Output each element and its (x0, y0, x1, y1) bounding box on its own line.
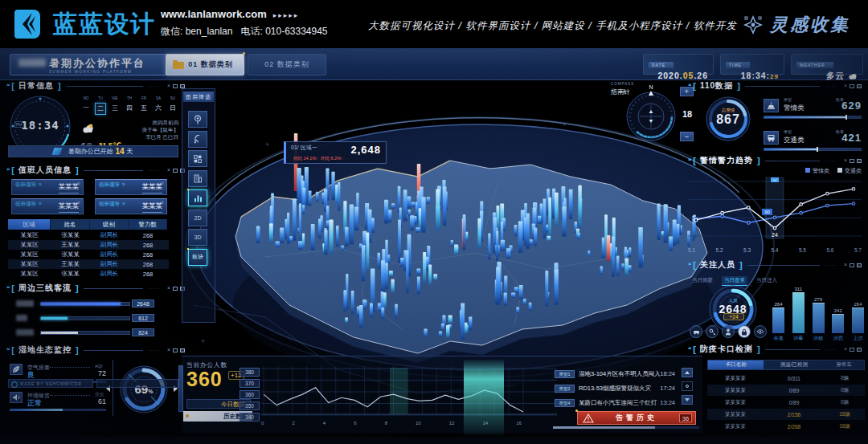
scroll-indicator[interactable] (682, 381, 693, 391)
focus-bar[interactable]: 279 涉稳 (812, 297, 825, 342)
bus-icon (767, 134, 776, 142)
duty-card[interactable]: 值班领导··· ⊗某某某 (11, 198, 84, 214)
screen: 蓝蓝设计 www.lanlanwork.com▸▸▸▸▸ 微信: ben_lan… (0, 0, 868, 444)
alarm-list-item[interactable]: 类型2 RD13-53烟感报警疑似火灾 17:24 (555, 382, 675, 394)
expand-icon[interactable] (180, 348, 185, 352)
alarm-time: 13:24 (660, 399, 675, 406)
date-label: DATE (649, 62, 674, 68)
layer-block-label: 板块 (192, 253, 203, 261)
panel-110-title: 110数据 (700, 80, 733, 92)
expand-icon[interactable] (857, 84, 862, 88)
expand-icon[interactable] (857, 348, 862, 352)
minimize-icon[interactable] (850, 159, 854, 163)
col-checked[interactable]: 测温/已检测 (764, 360, 824, 369)
expand-icon[interactable] (857, 263, 862, 267)
eco-footer-blank (96, 379, 178, 388)
close-icon[interactable]: × (844, 158, 847, 163)
minimize-icon[interactable] (850, 263, 854, 267)
y-tick: 370 (240, 379, 260, 388)
bar-value: 311 (794, 287, 802, 291)
panel-focus-title: 关注人员 (700, 259, 735, 271)
focus-bar[interactable]: 264 在逃 (772, 302, 785, 342)
panel-flow-header: ❝[周边三线客流] ····· × (6, 283, 185, 294)
col-region[interactable]: 区域 (8, 219, 51, 230)
close-icon[interactable]: × (844, 263, 847, 267)
zoom-out-button[interactable]: − (680, 132, 694, 141)
layer-button-block[interactable]: 板块 (188, 249, 207, 266)
layer-button-location[interactable] (188, 111, 207, 128)
person-icon[interactable] (722, 325, 735, 338)
clock-time: 18:34 (8, 119, 72, 132)
tab1-label: 01 数据类别 (188, 59, 233, 70)
cloud-icon (848, 73, 858, 79)
bar-value: 264 (774, 302, 782, 307)
close-icon[interactable]: × (167, 168, 170, 173)
minimize-icon[interactable] (173, 84, 178, 88)
layer-button-grid[interactable] (188, 150, 207, 167)
expand-icon[interactable] (180, 84, 185, 88)
focus-bar[interactable]: 264 上访 (851, 302, 865, 342)
site-url[interactable]: www.lanlanwork.com (161, 8, 267, 20)
tab-data-category-2[interactable]: 02 数据类别 (248, 54, 326, 75)
scroll-down-button[interactable] (682, 395, 693, 405)
scroll-up-button[interactable] (682, 368, 693, 377)
minimize-icon[interactable] (850, 348, 854, 352)
focus-bar[interactable]: 311 涉毒 (792, 287, 805, 342)
office-trend-chart[interactable] (261, 366, 557, 419)
svg-text:24: 24 (772, 232, 778, 238)
bar-label: 涉稳 (813, 335, 823, 342)
duty-card[interactable]: 值班领导··· ⊗某某某 (95, 198, 167, 214)
weather-label: WEATHER (796, 62, 833, 68)
col-count[interactable]: 警力数 (129, 219, 167, 230)
close-icon[interactable]: × (844, 84, 847, 88)
eco-scrollbar[interactable] (178, 365, 183, 412)
inspiration-collect[interactable]: 灵感收集 (743, 13, 850, 37)
expand-icon[interactable] (857, 159, 862, 163)
flow-value: 2648 (132, 299, 154, 308)
panel-daily-header: ❝[日常信息] ····· × (6, 80, 185, 92)
alarm-list-item[interactable]: 类型4 某路口有小汽车连闯三个红灯 13:24 (555, 397, 675, 409)
close-icon[interactable]: × (844, 347, 847, 352)
office-x-tick: 4 (323, 421, 326, 426)
layer-button-signal[interactable] (188, 131, 207, 148)
panel-duty-header: ❝[值班人员信息] ····· × (6, 165, 185, 176)
tab-data-category-1[interactable]: 01 数据类别 (166, 54, 244, 75)
duty-card[interactable]: 值班领导··· ⊗某某某 (95, 179, 167, 195)
layer-button-barchart[interactable] (188, 189, 207, 206)
minimize-icon[interactable] (173, 348, 178, 352)
layer-button-2d[interactable]: 2D (188, 210, 207, 226)
close-icon[interactable]: × (167, 84, 170, 88)
minimize-icon[interactable] (850, 84, 854, 88)
alarm-count: 629 (841, 100, 862, 112)
alarm-time: 18:24 (660, 370, 675, 377)
eye-icon[interactable] (754, 325, 767, 338)
horizontal-scrollbar[interactable] (553, 426, 699, 429)
platform-title-text: 暑期办公协作平台 (49, 57, 145, 69)
checkpoint-row: 某某某某0/3110辆 (707, 373, 865, 384)
col-abnormal[interactable]: 异常车 (825, 360, 864, 369)
key-icon[interactable] (706, 325, 719, 338)
trend-line-chart[interactable]: 2490 (688, 175, 862, 246)
folder-icon (173, 62, 184, 69)
time-chip: TIME 18:34:29 (720, 54, 784, 75)
compass-widget[interactable]: N (620, 84, 682, 145)
alarm-list-item[interactable]: 类型1 湿地3-104片区有不明人员闯入 18:24 (555, 368, 675, 380)
close-icon[interactable]: × (167, 348, 170, 352)
close-icon[interactable]: × (167, 286, 170, 291)
car-icon[interactable] (690, 325, 702, 338)
layer-button-building[interactable] (188, 170, 207, 187)
layer-button-3d[interactable]: 3D (188, 229, 207, 246)
lock-icon[interactable] (738, 325, 751, 338)
weekday-active[interactable]: 二 (95, 103, 106, 115)
alarm-history-button[interactable]: 告警历史 36 (577, 411, 696, 425)
focus-bar[interactable]: 242 涉恐 (831, 308, 845, 342)
minimize-icon[interactable] (173, 287, 178, 291)
duty-card[interactable]: 值班领导··· ⊗某某某 (11, 179, 84, 195)
platform-subtitle: SUMMER WORKING PLATFORM (49, 70, 163, 74)
col-level[interactable]: 级别 (90, 219, 129, 230)
minimize-icon[interactable] (173, 169, 178, 173)
panel-daily-title: 日常信息 (18, 80, 54, 92)
down-arrow-icon (685, 398, 690, 401)
col-name[interactable]: 姓名 (51, 219, 90, 230)
col-checkpoint-name[interactable]: 卡口名称 (708, 360, 764, 369)
